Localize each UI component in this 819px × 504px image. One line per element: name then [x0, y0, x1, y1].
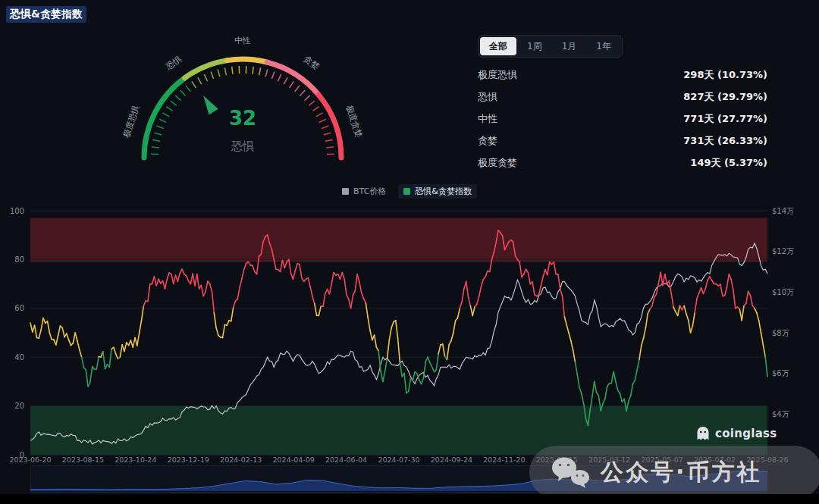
x-axis-label: 2023-06-20	[9, 455, 51, 464]
tab-全部[interactable]: 全部	[480, 37, 516, 55]
chart-legend: BTC价格恐惧&贪婪指数	[0, 184, 819, 199]
fear-greed-dashboard: 恐惧&贪婪指数 32恐惧极度恐惧恐惧中性贪婪极度贪婪 全部1周1月1年 极度恐惧…	[0, 0, 819, 504]
stat-row: 贪婪731天 (26.33%)	[478, 130, 767, 152]
gauge-needle-icon	[203, 95, 218, 114]
right-axis-label: $6万	[772, 369, 789, 377]
right-axis-label: $10万	[772, 288, 794, 296]
left-axis-label: 80	[14, 255, 24, 264]
stat-label: 贪婪	[478, 134, 497, 148]
stat-label: 恐惧	[478, 90, 497, 104]
coinglass-watermark-text: coinglass	[715, 427, 777, 440]
x-axis-label: 2023-08-15	[62, 455, 104, 464]
gauge-ring-label: 恐惧	[164, 54, 184, 72]
gauge-ring-label: 极度贪婪	[344, 103, 364, 139]
stat-value: 771天 (27.77%)	[683, 112, 767, 126]
x-axis-label: 2024-09-24	[431, 455, 472, 464]
time-range-tabs: 全部1周1月1年	[478, 35, 623, 58]
left-axis-label: 20	[14, 402, 24, 410]
coinglass-ghost-icon	[696, 426, 710, 441]
gauge-ring-label: 贪婪	[302, 54, 321, 71]
stat-value: 731天 (26.33%)	[683, 134, 767, 148]
stat-value: 149天 (5.37%)	[690, 156, 767, 170]
stat-row: 中性771天 (27.77%)	[478, 108, 767, 130]
left-axis-label: 60	[14, 304, 24, 312]
legend-swatch-icon	[403, 188, 410, 195]
gauge-ring-label: 中性	[234, 36, 251, 45]
stat-row: 极度贪婪149天 (5.37%)	[478, 152, 767, 174]
stat-label: 极度恐惧	[478, 68, 517, 82]
x-axis-label: 2024-06-04	[325, 455, 367, 464]
coinglass-watermark: coinglass	[696, 426, 777, 441]
legend-item[interactable]: BTC价格	[342, 186, 386, 197]
bottom-bar	[0, 494, 819, 504]
right-axis-label: $4万	[772, 410, 789, 418]
stat-label: 中性	[478, 112, 497, 126]
wechat-watermark: 公众号·币方社	[529, 446, 819, 499]
stat-label: 极度贪婪	[478, 156, 517, 170]
right-axis-label: $12万	[772, 247, 794, 255]
wechat-icon	[549, 455, 592, 490]
legend-item[interactable]: 恐惧&贪婪指数	[398, 184, 477, 199]
legend-label: BTC价格	[353, 186, 386, 197]
x-axis-label: 2024-07-30	[378, 455, 419, 464]
right-axis-label: $8万	[772, 329, 789, 337]
wechat-watermark-text: 公众号·币方社	[601, 457, 761, 488]
x-axis-label: 2024-02-13	[220, 455, 262, 464]
x-axis-label: 2023-12-19	[168, 455, 209, 464]
page-title: 恐惧&贪婪指数	[6, 6, 86, 23]
left-axis-label: 40	[14, 353, 24, 362]
stat-row: 恐惧827天 (29.79%)	[478, 86, 767, 108]
stat-value: 827天 (29.79%)	[683, 90, 767, 104]
stat-value: 298天 (10.73%)	[683, 68, 767, 82]
tab-1周[interactable]: 1周	[518, 37, 551, 55]
left-axis-label: 100	[10, 207, 24, 215]
gauge-ring-label: 极度恐惧	[121, 104, 141, 139]
tab-1月[interactable]: 1月	[553, 37, 586, 55]
x-axis-label: 2023-10-24	[115, 455, 156, 464]
x-axis-label: 2024-11-20	[483, 455, 525, 464]
legend-label: 恐惧&贪婪指数	[415, 186, 472, 197]
gauge-value: 32	[229, 107, 256, 130]
legend-swatch-icon	[342, 188, 349, 195]
stat-row: 极度恐惧298天 (10.73%)	[478, 64, 767, 86]
right-axis-label: $14万	[772, 207, 794, 215]
tab-1年[interactable]: 1年	[587, 37, 620, 55]
fear-greed-stats-table: 极度恐惧298天 (10.73%)恐惧827天 (29.79%)中性771天 (…	[478, 64, 767, 174]
gauge-value-label: 恐惧	[231, 139, 254, 153]
x-axis-label: 2024-04-09	[273, 455, 315, 464]
fear-greed-gauge: 32恐惧极度恐惧恐惧中性贪婪极度贪婪	[106, 25, 379, 180]
